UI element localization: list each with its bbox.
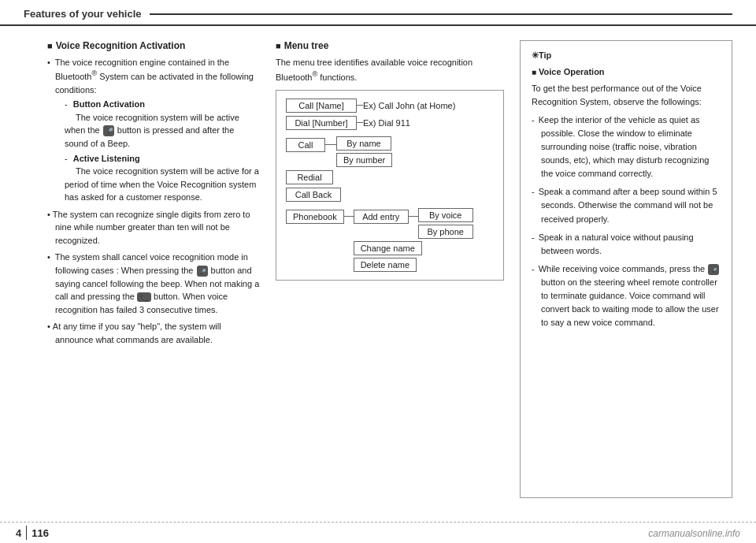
tree-row-dial-number: Dial [Number] Ex) Dial 911 bbox=[286, 116, 494, 130]
call-back-node: Call Back bbox=[286, 188, 341, 202]
steer-icon: 🎤 bbox=[707, 263, 720, 276]
svg-text:🎤: 🎤 bbox=[198, 268, 206, 276]
voice-operation-title: Voice Operation bbox=[532, 65, 721, 79]
tree-row-call-name: Call [Name] Ex) Call John (at Home) bbox=[286, 99, 494, 113]
content-area: Voice Recognition Activation The voice r… bbox=[0, 26, 756, 506]
call-name-example: Ex) Call John (at Home) bbox=[363, 101, 455, 110]
page-number-box: 4 116 bbox=[16, 526, 49, 540]
tree-row-call-back: Call Back bbox=[286, 188, 494, 202]
page-section: 4 bbox=[16, 527, 21, 539]
watermark: carmanualsonline.info bbox=[648, 528, 740, 539]
by-phone-node: By phone bbox=[418, 225, 473, 239]
svg-text:🎤: 🎤 bbox=[104, 127, 113, 136]
call-node: Call bbox=[286, 138, 325, 152]
list-item: The voice recognition engine contained i… bbox=[47, 56, 260, 204]
phonebook-node: Phonebook bbox=[286, 210, 344, 224]
delete-name-node: Delete name bbox=[354, 258, 417, 272]
menu-tree-box: Call [Name] Ex) Call John (at Home) Dial… bbox=[276, 90, 504, 281]
list-item: The system can recognize single digits f… bbox=[47, 208, 260, 247]
by-number-node: By number bbox=[336, 153, 392, 167]
voice-recognition-title: Voice Recognition Activation bbox=[47, 40, 260, 51]
tree-phonebook-section: Phonebook Add entry By voice By phone bbox=[286, 208, 494, 272]
page-number: 116 bbox=[32, 527, 49, 539]
menu-tree-intro: The menu tree identifies available voice… bbox=[276, 56, 504, 84]
page-header: Features of your vehicle bbox=[0, 0, 756, 26]
middle-column: Menu tree The menu tree identifies avail… bbox=[276, 40, 504, 498]
by-voice-node: By voice bbox=[418, 208, 473, 222]
tip-bullets-list: Keep the interior of the vehicle as quie… bbox=[532, 113, 721, 329]
page-footer: 4 116 carmanualsonline.info bbox=[0, 522, 756, 543]
mic-button-icon2: 🎤 bbox=[196, 265, 209, 277]
voice-recognition-list: The voice recognition engine contained i… bbox=[47, 56, 260, 346]
dial-example: Ex) Dial 911 bbox=[363, 118, 410, 128]
tip-marker: ✳Tip bbox=[532, 49, 721, 62]
tree-call-section: Call By name By number bbox=[286, 136, 494, 167]
list-item: The system shall cancel voice recognitio… bbox=[47, 251, 260, 316]
page-title: Features of your vehicle bbox=[24, 8, 142, 20]
footer-divider bbox=[26, 526, 27, 540]
call-name-node: Call [Name] bbox=[286, 99, 357, 113]
mic-button-icon: 🎤 bbox=[102, 125, 115, 137]
svg-text:📞: 📞 bbox=[139, 293, 149, 302]
redial-node: Redial bbox=[286, 170, 333, 184]
left-column: Voice Recognition Activation The voice r… bbox=[47, 40, 260, 498]
by-name-node: By name bbox=[336, 136, 391, 151]
tip-bullet-4: While receiving voice commands, press th… bbox=[532, 262, 721, 329]
tip-box: ✳Tip Voice Operation To get the best per… bbox=[520, 40, 732, 498]
tree-row-redial: Redial bbox=[286, 170, 494, 184]
change-name-node: Change name bbox=[354, 241, 422, 255]
dial-number-node: Dial [Number] bbox=[286, 116, 357, 130]
tip-intro: To get the best performance out of the V… bbox=[532, 82, 721, 109]
phone-button-icon: 📞 bbox=[137, 292, 151, 302]
menu-tree-title: Menu tree bbox=[276, 40, 504, 51]
add-entry-node: Add entry bbox=[354, 210, 409, 224]
svg-text:🎤: 🎤 bbox=[710, 267, 717, 274]
header-line bbox=[150, 13, 732, 15]
tip-bullet-2: Speak a command after a beep sound withi… bbox=[532, 185, 721, 225]
list-item: At any time if you say "help", the syste… bbox=[47, 320, 260, 346]
tip-bullet-3: Speak in a natural voice without pausing… bbox=[532, 231, 721, 258]
tip-bullet-1: Keep the interior of the vehicle as quie… bbox=[532, 113, 721, 180]
